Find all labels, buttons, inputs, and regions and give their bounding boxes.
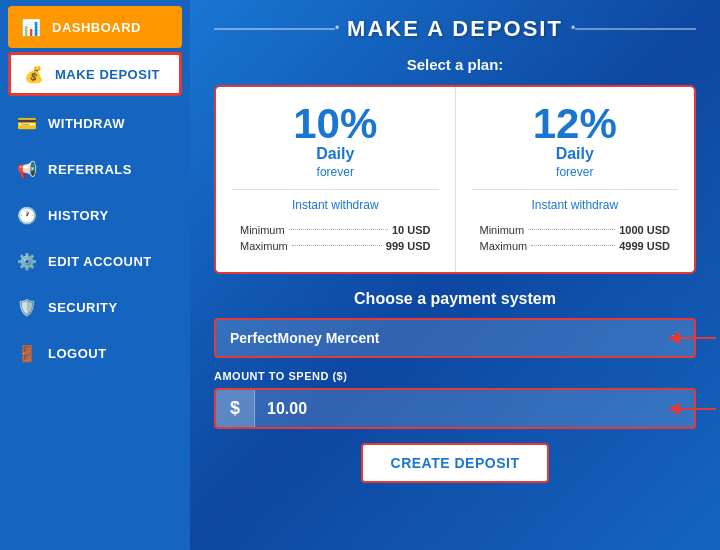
- payment-section: Choose a payment system PerfectMoney Mer…: [214, 290, 696, 358]
- sidebar-label-referrals: REFERRALS: [48, 162, 132, 177]
- sidebar-item-history[interactable]: 🕐 HISTORY: [0, 192, 190, 238]
- plan-2-min-value: 1000 USD: [619, 224, 670, 236]
- sidebar-item-edit-account[interactable]: ⚙️ EDIT ACCOUNT: [0, 238, 190, 284]
- plan-2-max-dots: [531, 245, 615, 246]
- title-line-right: [575, 28, 696, 30]
- select-plan-label: Select a plan:: [214, 56, 696, 73]
- payment-label: Choose a payment system: [214, 290, 696, 308]
- amount-section: AMOUNT TO SPEND ($) $: [214, 370, 696, 429]
- plan-2-withdraw: Instant withdraw: [472, 198, 679, 212]
- sidebar-label-logout: LOGOUT: [48, 346, 107, 361]
- plan-1-limits: Minimum 10 USD Maximum 999 USD: [232, 224, 439, 252]
- plan-1-min-label: Minimum: [240, 224, 285, 236]
- plan-card-2[interactable]: 12% Daily forever Instant withdraw Minim…: [456, 87, 695, 272]
- amount-label: AMOUNT TO SPEND ($): [214, 370, 696, 382]
- plan-2-forever: forever: [472, 165, 679, 179]
- plan-1-rate: 10%: [232, 103, 439, 145]
- sidebar-item-logout[interactable]: 🚪 LOGOUT: [0, 330, 190, 376]
- sidebar-label-history: HISTORY: [48, 208, 109, 223]
- plan-2-min-dots: [528, 229, 615, 230]
- dashboard-icon: 📊: [20, 16, 42, 38]
- sidebar-label-edit-account: EDIT ACCOUNT: [48, 254, 152, 269]
- sidebar-item-make-deposit[interactable]: 💰 MAKE DEPOSIT: [8, 52, 182, 96]
- logout-icon: 🚪: [16, 342, 38, 364]
- plan-1-min-row: Minimum 10 USD: [240, 224, 431, 236]
- plans-container: 10% Daily forever Instant withdraw Minim…: [214, 85, 696, 274]
- sidebar-label-security: SECURITY: [48, 300, 118, 315]
- withdraw-icon: 💳: [16, 112, 38, 134]
- plan-1-min-dots: [289, 229, 388, 230]
- create-deposit-button[interactable]: CREATE DEPOSIT: [361, 443, 550, 483]
- payment-select[interactable]: PerfectMoney Mercent Bitcoin Ethereum Li…: [216, 320, 694, 356]
- plan-1-min-value: 10 USD: [392, 224, 431, 236]
- plan-1-period: Daily: [232, 145, 439, 163]
- sidebar-item-withdraw[interactable]: 💳 WITHDRAW: [0, 100, 190, 146]
- page-title-container: MAKE A DEPOSIT: [214, 16, 696, 42]
- amount-input-wrapper-outer: $: [214, 388, 696, 429]
- payment-arrow-indicator: [668, 328, 718, 348]
- referrals-icon: 📢: [16, 158, 38, 180]
- plan-2-rate: 12%: [472, 103, 679, 145]
- create-button-container: CREATE DEPOSIT: [214, 443, 696, 483]
- plan-2-period: Daily: [472, 145, 679, 163]
- sidebar-item-referrals[interactable]: 📢 REFERRALS: [0, 146, 190, 192]
- plan-1-forever: forever: [232, 165, 439, 179]
- plan-1-max-value: 999 USD: [386, 240, 431, 252]
- plan-2-limits: Minimum 1000 USD Maximum 4999 USD: [472, 224, 679, 252]
- currency-symbol: $: [216, 390, 255, 427]
- amount-input-container: $: [214, 388, 696, 429]
- amount-arrow-indicator: [668, 399, 718, 419]
- payment-select-wrapper: PerfectMoney Mercent Bitcoin Ethereum Li…: [214, 318, 696, 358]
- amount-input[interactable]: [255, 392, 694, 426]
- plan-1-max-dots: [292, 245, 382, 246]
- title-line-left: [214, 28, 335, 30]
- plan-card-1[interactable]: 10% Daily forever Instant withdraw Minim…: [216, 87, 456, 272]
- sidebar-label-withdraw: WITHDRAW: [48, 116, 125, 131]
- main-content: MAKE A DEPOSIT Select a plan: 10% Daily …: [190, 0, 720, 550]
- plan-2-min-row: Minimum 1000 USD: [480, 224, 671, 236]
- sidebar-label-dashboard: DASHBOARD: [52, 20, 141, 35]
- plan-2-max-value: 4999 USD: [619, 240, 670, 252]
- sidebar-label-make-deposit: MAKE DEPOSIT: [55, 67, 160, 82]
- payment-dropdown-container[interactable]: PerfectMoney Mercent Bitcoin Ethereum Li…: [214, 318, 696, 358]
- plan-2-divider: [472, 189, 679, 190]
- plan-1-divider: [232, 189, 439, 190]
- plan-1-max-row: Maximum 999 USD: [240, 240, 431, 252]
- page-title: MAKE A DEPOSIT: [347, 16, 563, 42]
- sidebar-item-security[interactable]: 🛡️ SECURITY: [0, 284, 190, 330]
- plan-2-max-label: Maximum: [480, 240, 528, 252]
- plan-1-withdraw: Instant withdraw: [232, 198, 439, 212]
- plan-1-max-label: Maximum: [240, 240, 288, 252]
- security-icon: 🛡️: [16, 296, 38, 318]
- sidebar-item-dashboard[interactable]: 📊 DASHBOARD: [8, 6, 182, 48]
- edit-account-icon: ⚙️: [16, 250, 38, 272]
- history-icon: 🕐: [16, 204, 38, 226]
- deposit-icon: 💰: [23, 63, 45, 85]
- sidebar: 📊 DASHBOARD 💰 MAKE DEPOSIT 💳 WITHDRAW 📢 …: [0, 0, 190, 550]
- plan-2-min-label: Minimum: [480, 224, 525, 236]
- plan-2-max-row: Maximum 4999 USD: [480, 240, 671, 252]
